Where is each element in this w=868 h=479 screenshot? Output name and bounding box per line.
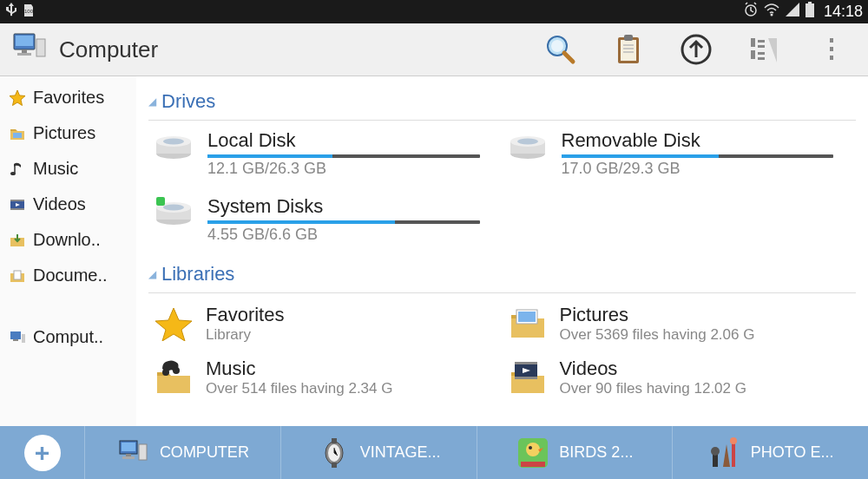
sidebar-item-music[interactable]: Music [0, 151, 136, 187]
status-bar: 100 14:18 [0, 0, 868, 23]
svg-point-37 [163, 139, 184, 145]
upload-button[interactable] [679, 32, 713, 67]
drive-name: Removable Disk [562, 129, 834, 152]
svg-rect-6 [16, 36, 33, 46]
lib-sub: Over 90 files having 12.02 G [560, 380, 746, 397]
svg-point-49 [162, 369, 169, 376]
drive-name: System Disks [207, 195, 480, 218]
tab-label: PHOTO E... [751, 443, 834, 462]
computer-small-icon [9, 329, 26, 346]
svg-rect-9 [36, 39, 45, 56]
section-drives-header[interactable]: ◢ Drives [148, 85, 856, 118]
library-item-pictures[interactable]: Pictures Over 5369 files having 2.06 G [503, 297, 857, 351]
downloads-icon [9, 232, 26, 249]
svg-rect-69 [732, 443, 735, 467]
svg-text:100: 100 [24, 9, 34, 14]
usage-bar [207, 220, 480, 224]
sidebar-label: Comput.. [33, 327, 103, 347]
library-item-music[interactable]: Music Over 514 files having 2.34 G [148, 351, 503, 404]
tab-label: COMPUTER [160, 443, 249, 462]
clipboard-button[interactable] [611, 32, 646, 67]
tab-photo[interactable]: PHOTO E... [673, 426, 868, 479]
sidebar-item-videos[interactable]: Videos [0, 187, 136, 222]
tab-computer[interactable]: COMPUTER [85, 426, 281, 479]
menu-button[interactable] [814, 32, 849, 67]
drive-item[interactable]: Local Disk 12.1 GB/26.3 GB [148, 121, 503, 187]
library-item-favorites[interactable]: Favorites Library [148, 297, 503, 351]
svg-point-41 [517, 139, 538, 145]
signal-icon [784, 1, 801, 23]
bottom-tabbar: + COMPUTER VINTAGE... BIRDS 2... PHOTO E… [0, 426, 868, 479]
drive-sub: 4.55 GB/6.6 GB [207, 226, 480, 244]
lib-sub: Over 5369 files having 2.06 G [560, 326, 755, 344]
drive-item[interactable]: System Disks 4.55 GB/6.6 GB [148, 187, 503, 253]
lib-name: Favorites [206, 304, 284, 326]
svg-rect-56 [126, 454, 131, 456]
lib-name: Pictures [560, 304, 755, 326]
sidebar-label: Pictures [33, 123, 95, 143]
sidebar-item-documents[interactable]: Docume.. [0, 258, 136, 293]
section-title: Drives [161, 90, 215, 113]
wifi-icon [763, 1, 780, 23]
main-content: ◢ Drives Local Disk 12.1 GB/26.3 GB Remo… [136, 76, 868, 426]
svg-rect-28 [10, 200, 24, 201]
svg-rect-30 [14, 271, 21, 279]
alarm-icon [742, 1, 760, 23]
svg-rect-61 [332, 438, 337, 443]
view-button[interactable] [746, 32, 781, 67]
computer-icon [116, 436, 151, 470]
svg-rect-58 [139, 444, 147, 460]
sd-icon: 100 [23, 3, 35, 21]
section-libraries-header[interactable]: ◢ Libraries [148, 258, 856, 291]
svg-point-11 [551, 40, 563, 52]
drive-sub: 17.0 GB/29.3 GB [562, 160, 834, 178]
hdd-android-icon [154, 195, 194, 226]
search-button[interactable] [543, 32, 578, 67]
svg-rect-33 [22, 334, 25, 343]
watch-icon [317, 436, 352, 470]
add-tab-button[interactable]: + [0, 426, 85, 479]
svg-rect-23 [830, 47, 833, 51]
sidebar-label: Favorites [33, 88, 104, 108]
videos-folder-icon [508, 360, 548, 395]
sidebar-item-computer[interactable]: Comput.. [0, 319, 136, 355]
computer-icon [10, 30, 49, 69]
svg-rect-16 [751, 38, 755, 47]
battery-icon [805, 1, 815, 23]
pictures-folder-icon [508, 306, 548, 341]
svg-rect-21 [758, 57, 765, 60]
music-folder-icon [154, 360, 194, 395]
svg-rect-17 [751, 50, 755, 59]
hdd-icon [508, 129, 548, 161]
svg-rect-22 [830, 38, 833, 43]
svg-rect-7 [22, 49, 27, 53]
tab-birds[interactable]: BIRDS 2... [477, 426, 674, 479]
svg-rect-13 [621, 40, 636, 61]
svg-rect-57 [122, 456, 135, 459]
music-icon [9, 161, 26, 178]
library-item-videos[interactable]: Videos Over 90 files having 12.02 G [503, 351, 857, 404]
svg-rect-67 [713, 455, 718, 467]
collapse-icon: ◢ [148, 268, 156, 280]
svg-rect-31 [10, 331, 21, 339]
tab-vintage[interactable]: VINTAGE... [281, 426, 477, 479]
clock-text: 14:18 [824, 3, 863, 21]
sidebar-item-downloads[interactable]: Downlo.. [0, 222, 136, 258]
plus-icon: + [24, 435, 61, 471]
svg-point-68 [711, 447, 720, 456]
photo-tools-icon [707, 436, 742, 470]
svg-point-45 [163, 205, 184, 211]
star-icon [9, 89, 26, 107]
page-title: Computer [59, 36, 158, 63]
sidebar-label: Docume.. [33, 266, 108, 285]
svg-rect-48 [518, 312, 536, 322]
sidebar-item-pictures[interactable]: Pictures [0, 115, 136, 151]
svg-rect-20 [758, 52, 765, 55]
svg-point-2 [770, 14, 773, 16]
drive-item[interactable]: Removable Disk 17.0 GB/29.3 GB [503, 121, 857, 187]
svg-rect-53 [515, 377, 537, 379]
svg-rect-29 [10, 208, 24, 210]
sidebar-item-favorites[interactable]: Favorites [0, 80, 136, 115]
svg-rect-3 [806, 3, 814, 17]
lib-sub: Over 514 files having 2.34 G [206, 380, 392, 397]
